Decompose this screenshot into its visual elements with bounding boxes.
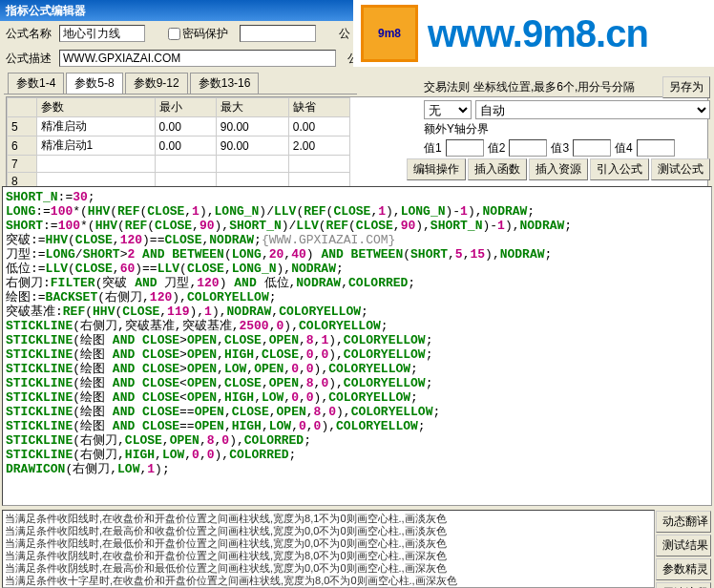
desc-line: 当满足条件收阳线时,在最低价和开盘价位置之间画柱状线,宽度为0,0不为0则画空心… xyxy=(5,537,652,550)
param-header: 最小 xyxy=(155,98,216,117)
right-panel: 交易法则 坐标线位置,最多6个,用分号分隔 另存为 无 自动 额外Y轴分界 值1… xyxy=(424,76,710,180)
val-input-2[interactable] xyxy=(509,139,547,157)
param-header: 最大 xyxy=(216,98,288,117)
rule-label: 交易法则 xyxy=(424,79,470,95)
side-buttons: 动态翻译测试结果参数精灵用法注释 xyxy=(655,510,712,588)
param-cell[interactable]: 0.00 xyxy=(155,117,216,136)
param-row-num: 7 xyxy=(8,156,37,173)
val-input-1[interactable] xyxy=(446,139,484,157)
param-tab-0[interactable]: 参数1-4 xyxy=(8,73,64,94)
desc-line: 当满足条件收十字星时,在收盘价和开盘价位置之间画柱状线,宽度为8,0不为0则画空… xyxy=(5,575,652,587)
side-button[interactable]: 用法注释 xyxy=(656,582,711,588)
param-row-num: 6 xyxy=(8,136,37,156)
param-row-num: 5 xyxy=(8,117,37,136)
toolbar-button[interactable]: 插入资源 xyxy=(529,158,588,180)
param-cell[interactable] xyxy=(288,156,349,173)
param-tab-1[interactable]: 参数5-8 xyxy=(66,73,122,94)
param-cell[interactable] xyxy=(155,156,216,173)
toolbar-button[interactable]: 编辑操作 xyxy=(407,158,466,180)
coord-label: 坐标线位置,最多6个,用分号分隔 xyxy=(473,79,659,95)
param-cell[interactable]: 0.00 xyxy=(155,136,216,156)
param-cell[interactable]: 0.00 xyxy=(288,117,349,136)
name-label: 公式名称 xyxy=(6,26,55,42)
param-tab-3[interactable]: 参数13-16 xyxy=(190,73,260,94)
extra-y-label: 额外Y轴分界 xyxy=(424,121,489,137)
bottom-bar: 当满足条件收阳线时,在收盘价和开盘价位置之间画柱状线,宽度为8,1不为0则画空心… xyxy=(2,510,712,588)
param-cell[interactable]: 90.00 xyxy=(216,136,288,156)
desc-line: 当满足条件收阳线时,在收盘价和开盘价位置之间画柱状线,宽度为8,1不为0则画空心… xyxy=(5,513,652,525)
desc-line: 当满足条件收阴线时,在最高价和最低价位置之间画柱状线,宽度为0,0不为0则画空心… xyxy=(5,562,652,575)
code-editor[interactable]: SHORT_N:=30;LONG:=100*(HHV(REF(CLOSE,1),… xyxy=(2,186,712,506)
coord-select[interactable]: 自动 xyxy=(475,100,710,119)
password-protect-checkbox[interactable] xyxy=(168,28,180,40)
watermark-url: www.9m8.cn xyxy=(428,12,648,55)
password-input[interactable] xyxy=(240,25,316,42)
param-tab-2[interactable]: 参数9-12 xyxy=(125,73,188,94)
formula-name-input[interactable] xyxy=(59,25,145,42)
side-button[interactable]: 测试结果 xyxy=(656,535,711,556)
val-input-4[interactable] xyxy=(637,139,675,157)
val-label-4: 值4 xyxy=(615,140,633,157)
param-header: 参数 xyxy=(36,98,155,117)
toolbar-button[interactable]: 引入公式 xyxy=(590,158,649,180)
rule-select[interactable]: 无 xyxy=(424,100,472,119)
param-header xyxy=(8,98,37,117)
desc-label: 公式描述 xyxy=(6,51,55,67)
param-row: 6精准启动10.0090.002.00 xyxy=(8,136,350,156)
param-cell[interactable]: 2.00 xyxy=(288,136,349,156)
param-header: 缺省 xyxy=(288,98,349,117)
toolbar-button[interactable]: 插入函数 xyxy=(468,158,527,180)
param-cell[interactable]: 精准启动1 xyxy=(36,136,155,156)
desc-line: 当满足条件收阳线时,在最高价和收盘价位置之间画柱状线,宽度为0,0不为0则画空心… xyxy=(5,525,652,537)
side-button[interactable]: 参数精灵 xyxy=(656,558,711,580)
val-input-3[interactable] xyxy=(573,139,611,157)
param-cell[interactable]: 90.00 xyxy=(216,117,288,136)
toolbar-button[interactable]: 测试公式 xyxy=(651,158,710,180)
window-title: 指标公式编辑器 xyxy=(6,4,86,17)
val-label-3: 值3 xyxy=(551,140,569,157)
site-logo-icon: 9m8 xyxy=(361,5,418,62)
param-cell[interactable] xyxy=(216,156,288,173)
val-label-1: 值1 xyxy=(424,140,442,157)
password-protect-label: 密码保护 xyxy=(182,26,232,42)
param-row: 5精准启动0.0090.000.00 xyxy=(8,117,350,136)
val-label-2: 值2 xyxy=(488,140,506,157)
param-row: 7 xyxy=(8,156,350,173)
param-cell[interactable]: 精准启动 xyxy=(36,117,155,136)
formula-desc-input[interactable] xyxy=(59,50,336,67)
saveas-button[interactable]: 另存为 xyxy=(662,76,710,98)
description-box[interactable]: 当满足条件收阳线时,在收盘价和开盘价位置之间画柱状线,宽度为8,1不为0则画空心… xyxy=(2,510,655,588)
param-cell[interactable] xyxy=(36,156,155,173)
desc-line: 当满足条件收阴线时,在收盘价和开盘价位置之间画柱状线,宽度为8,0不为0则画空心… xyxy=(5,550,652,562)
param-tabs: 参数1-4参数5-8参数9-12参数13-16 xyxy=(4,73,357,94)
side-button[interactable]: 动态翻译 xyxy=(656,511,711,533)
watermark-banner: 9m8 www.9m8.cn xyxy=(353,0,714,67)
